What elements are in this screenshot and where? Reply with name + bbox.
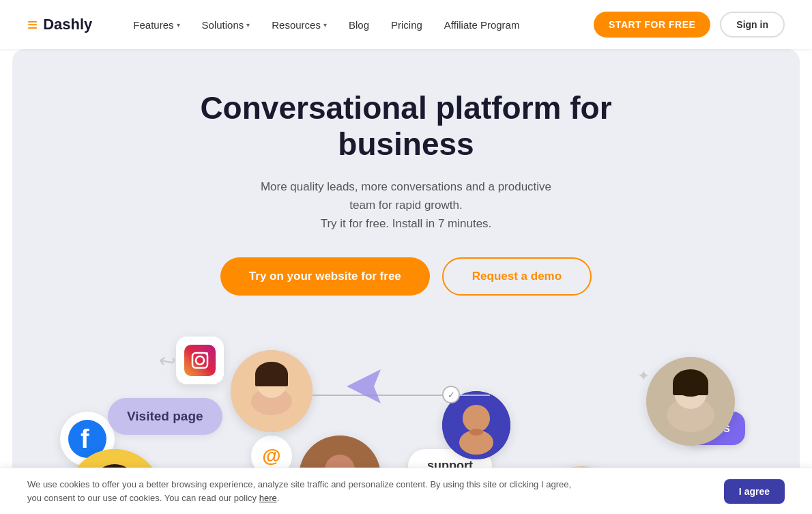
cookie-banner: We use cookies to offer you a better bro…: [0, 468, 812, 514]
svg-point-14: [469, 429, 483, 436]
hero-buttons: Try on your website for free Request a d…: [26, 257, 786, 296]
curve-arrow-icon: ↩: [157, 347, 178, 374]
svg-rect-10: [255, 373, 288, 386]
instagram-logo: [184, 345, 216, 376]
nav-links: Features ▾ Solutions ▾ Resources ▾ Blog …: [133, 19, 594, 31]
cookie-agree-button[interactable]: I agree: [724, 479, 785, 504]
chevron-down-icon: ▾: [177, 21, 180, 29]
chevron-down-icon: ▾: [323, 21, 327, 29]
nav-resources[interactable]: Resources ▾: [272, 19, 327, 31]
logo-text: Dashly: [43, 16, 92, 33]
nav-affiliate[interactable]: Affiliate Program: [444, 19, 520, 31]
connector-line: [313, 395, 490, 396]
svg-marker-32: [347, 369, 381, 403]
instagram-icon-bubble: [176, 337, 224, 384]
person-3-svg: [646, 357, 735, 446]
nav-solutions[interactable]: Solutions ▾: [202, 19, 250, 31]
nav-pricing[interactable]: Pricing: [391, 19, 422, 31]
svg-point-5: [205, 352, 208, 355]
svg-text:f: f: [81, 425, 89, 453]
start-for-free-button[interactable]: START FOR FREE: [594, 12, 710, 38]
arrow-pointer: [347, 369, 388, 403]
avatar-person-3: [646, 357, 735, 446]
hero-title: Conversational platform for business: [167, 90, 645, 162]
cookie-policy-link[interactable]: here: [259, 493, 277, 503]
request-demo-button[interactable]: Request a demo: [442, 257, 592, 296]
chevron-down-icon: ▾: [246, 21, 250, 29]
logo[interactable]: ≡ Dashly: [27, 14, 92, 35]
cookie-text: We use cookies to offer you a better bro…: [27, 478, 573, 504]
hero-subtitle: More quality leads, more conversations a…: [256, 177, 556, 233]
at-icon: @: [262, 445, 280, 467]
svg-point-12: [463, 405, 490, 432]
svg-rect-2: [184, 345, 216, 376]
try-free-button[interactable]: Try on your website for free: [220, 257, 430, 296]
logo-icon: ≡: [27, 14, 38, 35]
nav-blog[interactable]: Blog: [349, 19, 369, 31]
svg-rect-19: [673, 382, 708, 395]
visited-page-badge: Visited page: [108, 398, 222, 435]
hero-section: Conversational platform for business Mor…: [12, 49, 800, 514]
person-1-svg: [231, 350, 313, 432]
avatar-person-1: [231, 350, 313, 432]
sign-in-button[interactable]: Sign in: [720, 12, 785, 38]
nav-actions: START FOR FREE Sign in: [594, 12, 785, 38]
nav-features[interactable]: Features ▾: [133, 19, 179, 31]
navbar: ≡ Dashly Features ▾ Solutions ▾ Resource…: [0, 0, 812, 49]
sparkle-icon-1: ✦: [637, 367, 650, 385]
